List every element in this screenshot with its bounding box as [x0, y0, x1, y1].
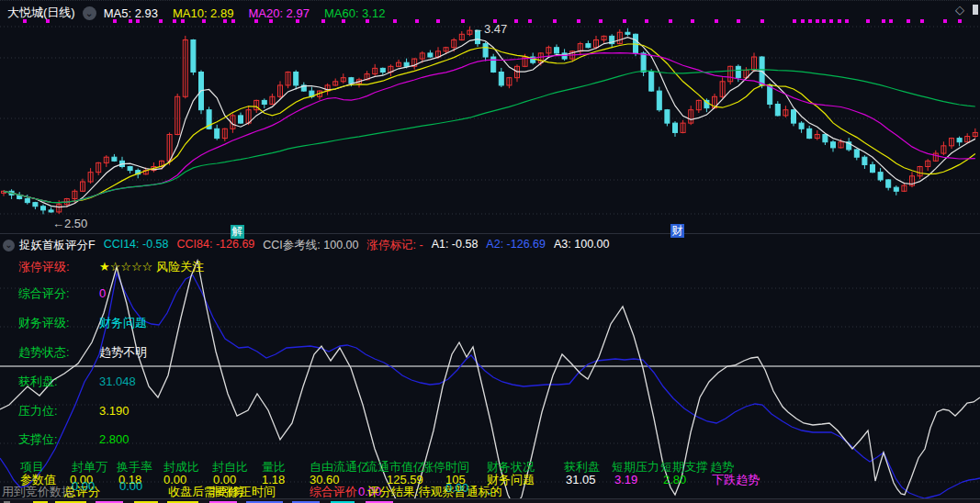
ma-legend-item: MA10: 2.89 — [173, 6, 234, 20]
cci84-line — [0, 274, 980, 498]
indicator-param: CCI14: -0.58 — [104, 238, 169, 253]
indicator-param: A3: 100.00 — [554, 238, 609, 253]
indicator-param: CCI84: -126.69 — [177, 238, 255, 253]
panel-divider[interactable] — [0, 233, 980, 234]
indicator-header: ⌄ 捉妖首板评分FCCI14: -0.58CCI84: -126.69CCI参考… — [0, 237, 980, 253]
chevron-down-icon[interactable]: ⌄ — [83, 6, 96, 20]
indicator-param: CCI参考线: 100.00 — [263, 238, 358, 253]
ma-legend-item: MA20: 2.97 — [248, 6, 310, 20]
clipped-status-row — [0, 498, 980, 503]
indicator-param: 涨停标记: - — [367, 238, 423, 253]
main-chart-titlebar: 大悦城(日线) ⌄ MA5: 2.93MA10: 2.89MA20: 2.97M… — [0, 1, 980, 25]
ma-legend-item: MA60: 3.12 — [324, 6, 386, 20]
cci14-line — [0, 261, 980, 503]
trading-app-window: 大悦城(日线) ⌄ MA5: 2.93MA10: 2.89MA20: 2.97M… — [0, 0, 980, 503]
ma-legend-item: MA5: 2.93 — [104, 6, 158, 20]
indicator-param: A2: -126.69 — [486, 238, 546, 253]
chevron-down-icon[interactable]: ⌄ — [3, 240, 15, 252]
diamond-icon[interactable]: ◇ — [955, 3, 964, 17]
ma-legend: MA5: 2.93MA10: 2.89MA20: 2.97MA60: 3.12 — [104, 6, 400, 20]
symbol-title: 大悦城(日线) — [7, 5, 75, 21]
ma5-line — [4, 38, 975, 207]
indicator-param: A1: -0.58 — [432, 238, 479, 253]
indicator-params: 捉妖首板评分FCCI14: -0.58CCI84: -126.69CCI参考线:… — [19, 238, 617, 253]
indicator-param: 捉妖首板评分F — [19, 238, 96, 253]
ma10-line — [4, 44, 975, 203]
scrollbar-thumb[interactable] — [973, 5, 978, 15]
